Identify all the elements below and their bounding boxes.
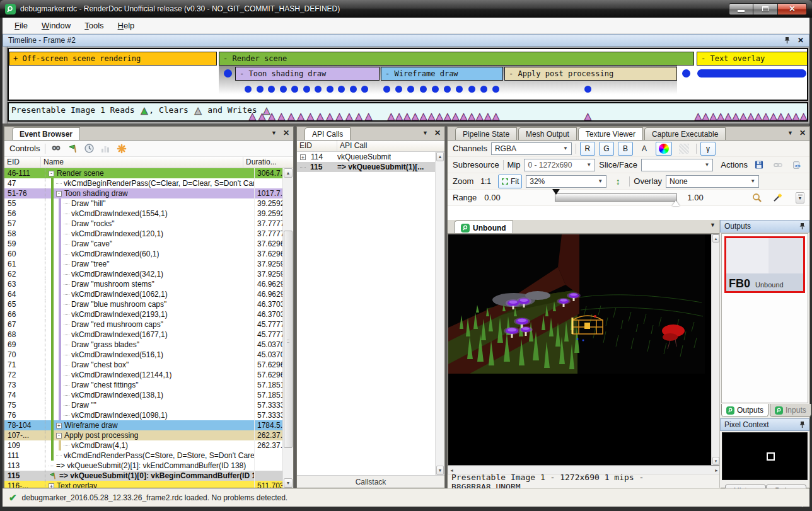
open-code-button[interactable]: <> <box>789 158 804 172</box>
range-white-marker[interactable] <box>672 200 680 206</box>
draw-dots-row[interactable] <box>584 86 592 93</box>
tab-api-calls[interactable]: API Calls <box>304 127 351 140</box>
gamma-button[interactable]: γ <box>700 142 716 156</box>
event-row[interactable]: 68vkCmdDrawIndexed(1677,1)45.77778 <box>4 330 293 340</box>
collapse-icon[interactable]: - <box>49 171 54 176</box>
star-icon[interactable] <box>116 143 127 154</box>
tab-pipeline-state[interactable]: Pipeline State <box>455 127 517 140</box>
event-row[interactable]: 51-76-Toon shading draw1017.7... <box>4 188 293 198</box>
event-row[interactable]: 113=> vkQueueSubmit(2)[1]: vkEndCommandB… <box>4 461 293 471</box>
range-black-marker[interactable] <box>552 189 560 195</box>
zoom-range-button[interactable] <box>749 191 765 205</box>
event-row[interactable]: 65Draw "blue mushroom caps"46.37037 <box>4 299 293 309</box>
flip-y-button[interactable]: ↕ <box>610 175 625 188</box>
event-row[interactable]: 73Draw "chest fittings"57.18518 <box>4 380 293 390</box>
draw-dots-row[interactable] <box>383 86 499 93</box>
channel-blue-button[interactable]: B <box>618 142 633 156</box>
pixel-context-view[interactable] <box>722 432 808 480</box>
event-row[interactable]: 58vkCmdDrawIndexed(120,1)37.77778 <box>4 229 293 239</box>
pin-icon[interactable] <box>784 37 790 44</box>
event-row[interactable]: 69Draw "grass blades"45.03704 <box>4 340 293 350</box>
tab-texture-viewer[interactable]: Texture Viewer <box>578 127 643 140</box>
event-row[interactable]: 76vkCmdDrawIndexed(1098,1)57.33333 <box>4 410 293 420</box>
menu-window[interactable]: Window <box>36 19 76 32</box>
event-row[interactable]: 59Draw "cave"37.62963 <box>4 239 293 249</box>
tab-outputs[interactable]: Outputs <box>721 404 768 417</box>
event-row[interactable]: 78-104+Wireframe draw1784.5... <box>4 420 293 430</box>
channels-select[interactable]: RGBA▼ <box>491 142 572 155</box>
collapse-icon[interactable]: - <box>56 191 62 197</box>
scroll-down-icon[interactable]: ▼ <box>712 457 719 465</box>
close-icon[interactable]: ✕ <box>799 129 806 137</box>
event-row[interactable]: 109vkCmdDraw(4,1)262.37... <box>4 440 293 451</box>
link-button[interactable] <box>770 158 786 172</box>
channel-green-button[interactable]: G <box>599 142 614 156</box>
panel-menu-icon[interactable]: ▼ <box>787 130 793 136</box>
colorwheel-button[interactable] <box>656 142 672 156</box>
time-icon[interactable] <box>83 143 95 154</box>
find-icon[interactable] <box>50 143 62 154</box>
tab-unbound[interactable]: Unbound <box>454 221 513 233</box>
timeline-marker[interactable]: - Render scene <box>219 52 694 66</box>
scroll-up-icon[interactable]: ▲ <box>436 152 444 161</box>
outputs-header[interactable]: Outputs <box>720 220 809 233</box>
expand-icon[interactable]: + <box>300 154 306 160</box>
channel-red-button[interactable]: R <box>580 142 595 156</box>
slice-face-select[interactable]: ▼ <box>641 159 713 171</box>
event-browser-scrollbar[interactable]: ▲ ▼ <box>282 168 293 488</box>
event-row[interactable]: 116-...+Text overlay511.7037 <box>4 481 293 488</box>
expand-icon[interactable]: + <box>56 423 62 428</box>
expand-icon[interactable]: + <box>49 483 54 488</box>
api-calls-scrollbar[interactable]: ▲ ▼ <box>435 152 444 475</box>
menu-tools[interactable]: Tools <box>79 19 109 32</box>
mip-select[interactable]: 0 - 1272x690▼ <box>524 159 595 171</box>
menu-help[interactable]: Help <box>112 19 141 32</box>
api-calls-header[interactable]: EID API Call <box>297 141 444 152</box>
tab-inputs[interactable]: Inputs <box>770 404 811 417</box>
scroll-up-icon[interactable]: ▲ <box>284 168 293 178</box>
scroll-left-icon[interactable]: ◄ <box>450 468 454 473</box>
event-row[interactable]: 74vkCmdDrawIndexed(138,1)57.18518 <box>4 390 293 400</box>
bookmark-flag-icon[interactable] <box>67 143 78 154</box>
tab-list-icon[interactable]: ▼ <box>710 222 716 228</box>
write-triangles[interactable]: ▲▲▲▲▲▲▲▲▲▲▲▲▲▲ <box>388 112 499 120</box>
scroll-down-icon[interactable]: ▼ <box>284 478 293 488</box>
event-row[interactable]: 60vkCmdDrawIndexed(60,1)37.62963 <box>4 249 293 259</box>
draw-dot[interactable] <box>224 69 232 78</box>
autofit-button[interactable] <box>769 191 786 205</box>
zoom-fit-button[interactable]: Fit <box>498 175 522 188</box>
event-browser-header[interactable]: EID Name Duratio... <box>4 157 293 168</box>
channel-alpha-button[interactable]: A <box>637 142 652 156</box>
zoom-select[interactable]: 32%▼ <box>526 175 606 188</box>
event-row[interactable]: 47vkCmdBeginRenderPass(C=Clear, D=Clear,… <box>4 178 293 188</box>
range-min-value[interactable]: 0.00 <box>480 193 547 202</box>
pin-icon[interactable] <box>799 222 805 230</box>
pin-icon[interactable] <box>799 421 805 428</box>
event-row[interactable]: 111vkCmdEndRenderPass(C=Store, D=Store, … <box>4 451 293 461</box>
close-icon[interactable]: ✕ <box>798 36 804 45</box>
save-button[interactable] <box>751 158 767 172</box>
zoom-1to1-button[interactable]: 1:1 <box>477 175 494 188</box>
range-max-value[interactable]: 1.00 <box>685 193 745 202</box>
event-row[interactable]: 63Draw "mushroom stems"46.96296 <box>4 279 293 289</box>
event-row[interactable]: 46-111-Render scene3064.7... <box>4 168 293 178</box>
draw-dot[interactable] <box>682 69 690 78</box>
pixel-context-header[interactable]: Pixel Context <box>720 418 809 431</box>
close-icon[interactable]: ✕ <box>434 129 441 137</box>
tab-event-browser[interactable]: Event Browser <box>12 127 80 140</box>
api-call-row[interactable]: +114vkQueueSubmit <box>297 152 444 162</box>
write-triangles[interactable]: ▲ <box>584 112 593 120</box>
event-row[interactable]: 67Draw "red mushroom caps"45.77778 <box>4 319 293 330</box>
scroll-down-icon[interactable]: ▼ <box>436 466 444 475</box>
timeline-scroll-strip[interactable] <box>3 47 8 123</box>
event-row[interactable]: 70vkCmdDrawIndexed(516,1)45.03704 <box>4 350 293 360</box>
statistics-icon[interactable] <box>100 143 111 154</box>
event-row[interactable]: 64vkCmdDrawIndexed(1062,1)46.96296 <box>4 289 293 299</box>
event-row[interactable]: 72vkCmdDrawIndexed(12144,1)57.62963 <box>4 370 293 380</box>
overlay-select[interactable]: None▼ <box>666 175 759 188</box>
event-row[interactable]: 75Draw ""57.33333 <box>4 400 293 410</box>
event-row[interactable]: 56vkCmdDrawIndexed(1554,1)39.25926 <box>4 209 293 219</box>
draw-capsule[interactable] <box>697 69 806 78</box>
draw-dots-row[interactable] <box>245 86 368 93</box>
timeline-marker[interactable]: - Apply post processing <box>504 67 677 81</box>
